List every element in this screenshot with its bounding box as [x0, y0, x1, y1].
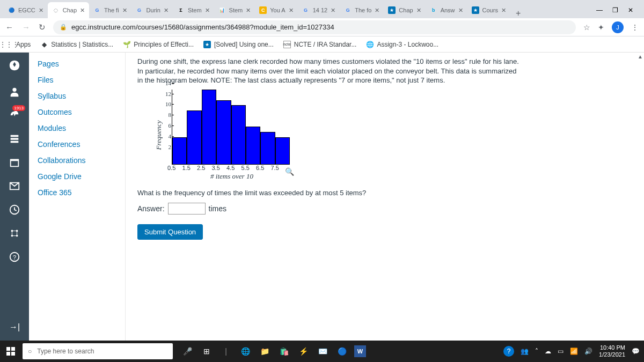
course-nav-link[interactable]: Files: [29, 72, 125, 88]
battery-icon[interactable]: ▭: [558, 348, 564, 355]
close-icon[interactable]: ✕: [458, 7, 463, 14]
browser-tab[interactable]: G14 12✕: [298, 2, 340, 18]
extension-icon[interactable]: ✦: [598, 23, 604, 32]
scroll-up-icon[interactable]: ▲: [638, 54, 643, 60]
chrome-icon[interactable]: 🔵: [335, 344, 349, 358]
x-tick: 6.5: [256, 165, 271, 171]
browser-tab[interactable]: 📊Stem✕: [214, 2, 255, 18]
lock-icon: 🔒: [60, 24, 67, 31]
browser-tab[interactable]: ΣStem✕: [173, 2, 214, 18]
close-icon[interactable]: ✕: [416, 7, 421, 14]
cloud-icon[interactable]: ☁: [545, 348, 551, 355]
course-nav-link[interactable]: Google Drive: [29, 168, 125, 184]
profile-avatar[interactable]: J: [612, 21, 624, 33]
store-icon[interactable]: 🛍️: [277, 344, 291, 358]
reload-icon[interactable]: ↻: [39, 23, 46, 32]
close-icon[interactable]: ✕: [122, 7, 127, 14]
history-icon[interactable]: [5, 202, 24, 218]
course-nav-link[interactable]: Office 365: [29, 184, 125, 201]
close-icon[interactable]: ✕: [331, 7, 335, 14]
people-icon[interactable]: 👥: [521, 348, 529, 355]
help-tray-icon[interactable]: ?: [503, 346, 514, 357]
close-icon[interactable]: ✕: [375, 7, 379, 14]
wifi-icon[interactable]: 📶: [570, 348, 578, 355]
minimize-icon[interactable]: —: [596, 6, 603, 14]
explorer-icon[interactable]: 📁: [258, 344, 272, 358]
forward-icon[interactable]: →: [22, 23, 30, 32]
browser-tab[interactable]: CYou A✕: [255, 2, 297, 18]
close-icon[interactable]: ✕: [501, 7, 506, 14]
course-nav-link[interactable]: Syllabus: [29, 88, 125, 104]
cortana-icon: ○: [28, 348, 32, 355]
new-tab-button[interactable]: +: [510, 9, 526, 18]
histogram-bar: [246, 127, 260, 164]
y-tick: 14: [158, 80, 171, 86]
close-icon[interactable]: ✕: [39, 7, 43, 14]
menu-icon[interactable]: ⋮: [631, 23, 639, 32]
restore-icon[interactable]: ❐: [612, 6, 618, 14]
inbox-icon[interactable]: [5, 178, 24, 194]
task-view-icon[interactable]: ⊞: [200, 344, 214, 358]
expand-nav-icon[interactable]: →|: [5, 319, 24, 335]
back-icon[interactable]: ←: [5, 23, 13, 32]
word-icon[interactable]: W: [354, 345, 366, 357]
chevron-up-icon[interactable]: ˄: [535, 348, 538, 355]
x-tick: 4.5: [226, 165, 241, 171]
start-button[interactable]: [0, 341, 21, 362]
browser-tab[interactable]: GThe fi✕: [89, 2, 131, 18]
magnify-icon[interactable]: 🔍: [285, 167, 294, 176]
course-nav-link[interactable]: Pages: [29, 56, 125, 72]
canvas-global-nav: 1913 ? →|: [0, 53, 29, 341]
mail-icon[interactable]: ✉️: [316, 344, 330, 358]
close-window-icon[interactable]: ✕: [628, 6, 633, 14]
browser-tab[interactable]: GDurin✕: [131, 2, 173, 18]
problem-intro: During one shift, the express lane clerk…: [137, 57, 524, 85]
histogram-bar: [202, 90, 216, 164]
browser-tab[interactable]: ★Cours✕: [467, 2, 510, 18]
histogram-bar: [187, 110, 201, 164]
close-icon[interactable]: ✕: [80, 7, 85, 14]
browser-tab[interactable]: bAnsw✕: [426, 2, 467, 18]
account-icon[interactable]: [5, 84, 24, 100]
calendar-icon[interactable]: [5, 154, 24, 171]
commons-icon[interactable]: [5, 225, 24, 241]
course-nav-link[interactable]: Outcomes: [29, 104, 125, 120]
close-icon[interactable]: ✕: [164, 7, 169, 14]
mic-icon[interactable]: 🎤: [180, 344, 194, 358]
bookmark-star-icon[interactable]: ☆: [583, 23, 590, 32]
answer-input[interactable]: [168, 203, 206, 215]
edge-icon[interactable]: 🌐: [238, 344, 252, 358]
y-tick: 12: [158, 91, 171, 97]
dashboard-icon[interactable]: 1913: [5, 107, 24, 123]
course-nav-link[interactable]: Modules: [29, 120, 125, 136]
bookmark-item[interactable]: 🌱Principles of Effecti...: [123, 41, 194, 48]
taskbar-search[interactable]: ○ Type here to search: [23, 343, 173, 359]
browser-tab[interactable]: ◌Chap✕: [48, 2, 89, 18]
close-icon[interactable]: ✕: [205, 7, 210, 14]
taskbar-clock[interactable]: 10:40 PM 1/23/2021: [599, 344, 625, 358]
bookmark-item[interactable]: ★[Solved] Using one...: [203, 41, 274, 48]
volume-icon[interactable]: 🔊: [584, 348, 592, 355]
course-nav-link[interactable]: Conferences: [29, 136, 125, 152]
browser-tab[interactable]: ★Chap✕: [384, 2, 425, 18]
browser-tab[interactable]: 🔵EGCC✕: [3, 2, 48, 18]
course-nav-link[interactable]: Collaborations: [29, 152, 125, 168]
close-icon[interactable]: ✕: [289, 7, 294, 14]
close-icon[interactable]: ✕: [246, 7, 251, 14]
bookmark-item[interactable]: ◆Statistics | Statistics...: [40, 41, 113, 48]
bookmark-item[interactable]: 🌐Assign-3 - Lockwoo...: [366, 41, 438, 48]
url-input[interactable]: 🔒 egcc.instructure.com/courses/15680/ass…: [53, 20, 576, 34]
bookmark-item[interactable]: ncteNCTE / IRA Standar...: [283, 41, 357, 48]
x-axis-label: # items over 10: [157, 172, 307, 181]
app-icon[interactable]: ⚡: [296, 344, 310, 358]
canvas-logo-icon[interactable]: [4, 55, 25, 76]
submit-button[interactable]: Submit Question: [137, 224, 203, 240]
courses-icon[interactable]: [5, 131, 24, 147]
apps-shortcut[interactable]: ⋮⋮⋮Apps: [5, 41, 31, 48]
help-icon[interactable]: ?: [5, 249, 24, 265]
svg-point-0: [12, 88, 16, 92]
histogram-bar: [231, 105, 246, 164]
browser-tab[interactable]: GThe fo✕: [340, 2, 384, 18]
notifications-icon[interactable]: 💬: [632, 348, 640, 355]
y-tick: 10: [158, 101, 171, 107]
